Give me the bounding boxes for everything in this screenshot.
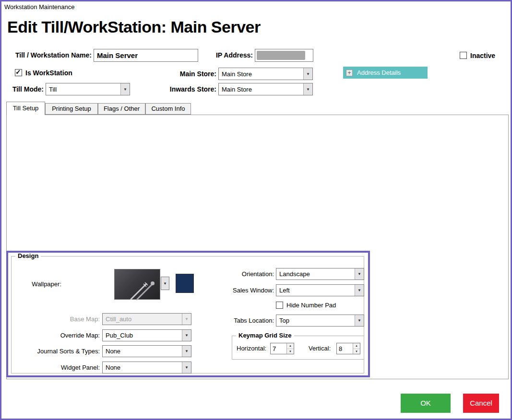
orientation-select[interactable]: Landscape ▼ — [276, 268, 364, 280]
plus-icon: + — [346, 70, 353, 76]
override-map-label: Override Map: — [28, 330, 100, 341]
chevron-down-icon: ▼ — [182, 314, 191, 325]
ip-address-input[interactable] — [255, 49, 313, 62]
chevron-down-icon: ▼ — [355, 315, 364, 326]
journal-sorts-select[interactable]: None ▼ — [102, 345, 191, 357]
wallpaper-color-swatch[interactable] — [176, 274, 194, 293]
inwards-store-select[interactable]: Main Store ▼ — [218, 83, 313, 95]
is-workstation-label: Is WorkStation — [25, 67, 72, 79]
orientation-label: Orientation: — [203, 268, 274, 280]
chevron-down-icon: ▼ — [182, 362, 191, 373]
override-map-select[interactable]: Pub_Club ▼ — [102, 329, 191, 341]
keymap-vertical-label: Vertical: — [309, 343, 331, 354]
keymap-vertical-spinner[interactable]: 8 ▲ ▼ — [336, 343, 360, 354]
wallpaper-label: Wallpaper: — [16, 279, 61, 290]
address-details-button[interactable]: + Address Details — [343, 67, 428, 79]
ok-button[interactable]: OK — [401, 394, 451, 413]
main-store-select[interactable]: Main Store ▼ — [218, 68, 313, 80]
inactive-label: Inactive — [470, 50, 495, 61]
chevron-down-icon: ▼ — [182, 346, 191, 357]
widget-panel-select[interactable]: None ▼ — [102, 362, 191, 373]
chevron-down-icon: ▼ — [161, 277, 169, 290]
tab-custom-info[interactable]: Custom Info — [145, 103, 191, 115]
hide-number-pad-label: Hide Number Pad — [286, 300, 336, 311]
cutlery-image — [115, 269, 161, 300]
sales-window-label: Sales Window: — [203, 285, 274, 296]
window-title: Workstation Maintenance — [4, 3, 74, 11]
tabs-location-label: Tabs Location: — [203, 315, 274, 327]
sales-window-select[interactable]: Left ▼ — [276, 284, 364, 296]
chevron-down-icon: ▼ — [303, 83, 312, 95]
inactive-checkbox[interactable] — [460, 52, 467, 59]
tab-flags-other[interactable]: Flags / Other — [98, 103, 145, 115]
base-map-label: Base Map: — [28, 314, 100, 325]
check-icon: ✓ — [15, 68, 21, 76]
keymap-horizontal-label: Horizontal: — [237, 343, 266, 354]
keymap-horizontal-spinner[interactable]: 7 ▲ ▼ — [270, 343, 294, 354]
workstation-name-label: Till / Workstation Name: — [4, 49, 92, 61]
is-workstation-checkbox[interactable]: ✓ — [15, 69, 22, 76]
wallpaper-dropdown-button[interactable]: ▼ — [161, 277, 169, 290]
page-title: Edit Till/WorkStation: Main Server — [7, 18, 261, 36]
widget-panel-label: Widget Panel: — [28, 362, 100, 373]
main-store-label: Main Store: — [170, 68, 216, 80]
spinner-down-icon[interactable]: ▼ — [287, 349, 294, 354]
cancel-button[interactable]: Cancel — [463, 394, 499, 413]
inwards-store-label: Inwards Store: — [167, 83, 216, 95]
ip-redacted-value — [257, 51, 305, 60]
till-mode-select[interactable]: Till ▼ — [46, 83, 130, 95]
journal-sorts-label: Journal Sorts & Types: — [28, 346, 100, 357]
chevron-down-icon: ▼ — [355, 285, 364, 296]
spinner-up-icon[interactable]: ▲ — [353, 343, 360, 349]
ip-address-label: IP Address: — [212, 49, 253, 61]
chevron-down-icon: ▼ — [355, 268, 364, 280]
hide-number-pad-checkbox[interactable] — [276, 302, 283, 309]
workstation-name-input[interactable]: Main Server — [94, 49, 198, 62]
tabs-location-select[interactable]: Top ▼ — [276, 315, 364, 327]
wallpaper-thumbnail[interactable] — [114, 269, 160, 300]
spinner-up-icon[interactable]: ▲ — [287, 343, 294, 349]
chevron-down-icon: ▼ — [303, 68, 312, 80]
spinner-down-icon[interactable]: ▼ — [353, 349, 360, 354]
workstation-maintenance-window: Workstation Maintenance Edit Till/WorkSt… — [0, 0, 512, 420]
till-mode-label: Till Mode: — [4, 83, 44, 95]
base-map-select: Ctill_auto ▼ — [102, 313, 191, 325]
chevron-down-icon: ▼ — [182, 330, 191, 341]
title-bar: Workstation Maintenance — [1, 1, 511, 13]
tab-till-setup[interactable]: Till Setup — [6, 102, 45, 115]
chevron-down-icon: ▼ — [120, 83, 130, 95]
tab-printing-setup[interactable]: Printing Setup — [45, 103, 98, 115]
